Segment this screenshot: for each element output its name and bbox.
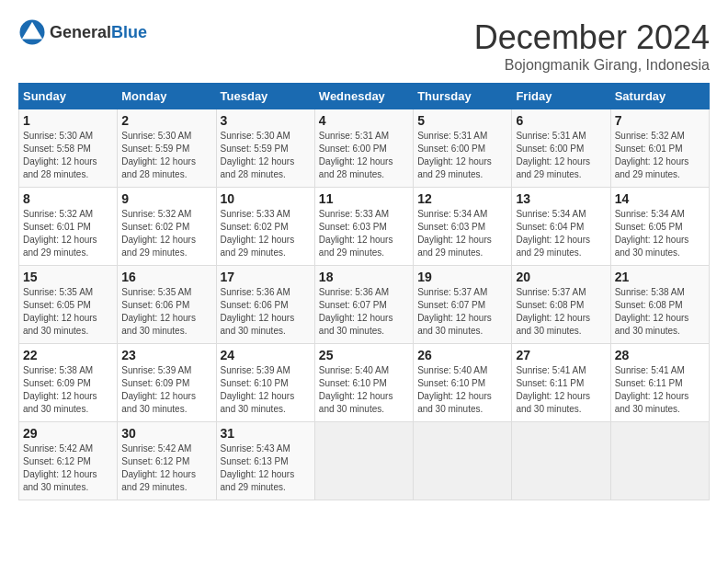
day-info: Sunrise: 5:41 AM Sunset: 6:11 PM Dayligh…: [615, 364, 705, 416]
calendar-cell: 2 Sunrise: 5:30 AM Sunset: 5:59 PM Dayli…: [118, 109, 216, 188]
day-info: Sunrise: 5:37 AM Sunset: 6:07 PM Dayligh…: [417, 286, 507, 338]
calendar-cell: 28 Sunrise: 5:41 AM Sunset: 6:11 PM Dayl…: [610, 344, 709, 422]
day-info: Sunrise: 5:31 AM Sunset: 6:00 PM Dayligh…: [516, 130, 606, 181]
day-number: 12: [417, 191, 507, 206]
header-friday: Friday: [512, 84, 610, 109]
calendar-cell: 10 Sunrise: 5:33 AM Sunset: 6:02 PM Dayl…: [216, 188, 314, 266]
logo: GeneralBlue: [18, 18, 147, 46]
month-title: December 2024: [474, 18, 710, 57]
day-number: 27: [516, 348, 606, 362]
calendar-cell: 21 Sunrise: 5:38 AM Sunset: 6:08 PM Dayl…: [610, 266, 709, 344]
header-monday: Monday: [118, 84, 216, 109]
day-number: 19: [417, 270, 507, 284]
day-info: Sunrise: 5:43 AM Sunset: 6:13 PM Dayligh…: [221, 442, 311, 494]
day-number: 21: [615, 270, 705, 284]
day-number: 1: [23, 113, 113, 128]
calendar-table: SundayMondayTuesdayWednesdayThursdayFrid…: [18, 83, 710, 500]
calendar-cell: 1 Sunrise: 5:30 AM Sunset: 5:58 PM Dayli…: [19, 109, 118, 188]
header-wednesday: Wednesday: [314, 84, 413, 109]
calendar-cell: 6 Sunrise: 5:31 AM Sunset: 6:00 PM Dayli…: [512, 109, 610, 188]
day-number: 8: [23, 191, 113, 206]
day-number: 15: [23, 270, 113, 284]
day-number: 30: [121, 426, 211, 441]
day-number: 28: [615, 348, 705, 362]
calendar-cell: 4 Sunrise: 5:31 AM Sunset: 6:00 PM Dayli…: [314, 109, 413, 188]
calendar-cell: 11 Sunrise: 5:33 AM Sunset: 6:03 PM Dayl…: [314, 188, 413, 266]
day-number: 3: [221, 113, 311, 128]
day-number: 6: [516, 113, 606, 128]
location-title: Bojongmanik Girang, Indonesia: [474, 57, 710, 74]
day-number: 10: [221, 191, 311, 206]
calendar-cell: 24 Sunrise: 5:39 AM Sunset: 6:10 PM Dayl…: [216, 344, 314, 422]
day-info: Sunrise: 5:36 AM Sunset: 6:06 PM Dayligh…: [221, 286, 311, 338]
calendar-cell: 20 Sunrise: 5:37 AM Sunset: 6:08 PM Dayl…: [512, 266, 610, 344]
day-number: 17: [221, 270, 311, 284]
day-info: Sunrise: 5:31 AM Sunset: 6:00 PM Dayligh…: [319, 130, 409, 181]
day-info: Sunrise: 5:36 AM Sunset: 6:07 PM Dayligh…: [319, 286, 409, 338]
day-info: Sunrise: 5:40 AM Sunset: 6:10 PM Dayligh…: [417, 364, 507, 416]
day-number: 13: [516, 191, 606, 206]
calendar-cell: 22 Sunrise: 5:38 AM Sunset: 6:09 PM Dayl…: [19, 344, 118, 422]
calendar-cell: 13 Sunrise: 5:34 AM Sunset: 6:04 PM Dayl…: [512, 188, 610, 266]
day-number: 22: [23, 348, 113, 362]
calendar-cell: 14 Sunrise: 5:34 AM Sunset: 6:05 PM Dayl…: [610, 188, 709, 266]
day-info: Sunrise: 5:41 AM Sunset: 6:11 PM Dayligh…: [516, 364, 606, 416]
calendar-cell: [610, 422, 709, 500]
day-number: 7: [615, 113, 705, 128]
calendar-cell: 31 Sunrise: 5:43 AM Sunset: 6:13 PM Dayl…: [216, 422, 314, 500]
header-tuesday: Tuesday: [216, 84, 314, 109]
logo-text-blue: Blue: [111, 23, 147, 41]
day-info: Sunrise: 5:42 AM Sunset: 6:12 PM Dayligh…: [23, 442, 113, 494]
day-info: Sunrise: 5:33 AM Sunset: 6:02 PM Dayligh…: [221, 208, 311, 259]
logo-text-general: General: [50, 23, 111, 41]
calendar-cell: 17 Sunrise: 5:36 AM Sunset: 6:06 PM Dayl…: [216, 266, 314, 344]
day-number: 5: [417, 113, 507, 128]
calendar-week-1: 1 Sunrise: 5:30 AM Sunset: 5:58 PM Dayli…: [19, 109, 710, 188]
calendar-week-2: 8 Sunrise: 5:32 AM Sunset: 6:01 PM Dayli…: [19, 188, 710, 266]
calendar-cell: 27 Sunrise: 5:41 AM Sunset: 6:11 PM Dayl…: [512, 344, 610, 422]
calendar-cell: 9 Sunrise: 5:32 AM Sunset: 6:02 PM Dayli…: [118, 188, 216, 266]
day-number: 23: [121, 348, 211, 362]
calendar-cell: 30 Sunrise: 5:42 AM Sunset: 6:12 PM Dayl…: [118, 422, 216, 500]
calendar-cell: 7 Sunrise: 5:32 AM Sunset: 6:01 PM Dayli…: [610, 109, 709, 188]
calendar-cell: 5 Sunrise: 5:31 AM Sunset: 6:00 PM Dayli…: [414, 109, 512, 188]
day-info: Sunrise: 5:33 AM Sunset: 6:03 PM Dayligh…: [319, 208, 409, 259]
calendar-cell: 3 Sunrise: 5:30 AM Sunset: 5:59 PM Dayli…: [216, 109, 314, 188]
day-number: 31: [221, 426, 311, 441]
day-number: 9: [121, 191, 211, 206]
calendar-cell: [314, 422, 413, 500]
day-number: 25: [319, 348, 409, 362]
day-info: Sunrise: 5:37 AM Sunset: 6:08 PM Dayligh…: [516, 286, 606, 338]
calendar-cell: 8 Sunrise: 5:32 AM Sunset: 6:01 PM Dayli…: [19, 188, 118, 266]
day-info: Sunrise: 5:30 AM Sunset: 5:58 PM Dayligh…: [23, 130, 113, 181]
day-info: Sunrise: 5:32 AM Sunset: 6:01 PM Dayligh…: [615, 130, 705, 181]
calendar-cell: [512, 422, 610, 500]
header-saturday: Saturday: [610, 84, 709, 109]
day-info: Sunrise: 5:32 AM Sunset: 6:01 PM Dayligh…: [23, 208, 113, 259]
day-number: 26: [417, 348, 507, 362]
day-info: Sunrise: 5:30 AM Sunset: 5:59 PM Dayligh…: [221, 130, 311, 181]
calendar-cell: 15 Sunrise: 5:35 AM Sunset: 6:05 PM Dayl…: [19, 266, 118, 344]
header-thursday: Thursday: [414, 84, 512, 109]
calendar-cell: 12 Sunrise: 5:34 AM Sunset: 6:03 PM Dayl…: [414, 188, 512, 266]
day-info: Sunrise: 5:42 AM Sunset: 6:12 PM Dayligh…: [121, 442, 211, 494]
calendar-week-4: 22 Sunrise: 5:38 AM Sunset: 6:09 PM Dayl…: [19, 344, 710, 422]
day-number: 16: [121, 270, 211, 284]
title-area: December 2024 Bojongmanik Girang, Indone…: [474, 18, 710, 74]
day-info: Sunrise: 5:40 AM Sunset: 6:10 PM Dayligh…: [319, 364, 409, 416]
calendar-cell: 16 Sunrise: 5:35 AM Sunset: 6:06 PM Dayl…: [118, 266, 216, 344]
calendar-week-5: 29 Sunrise: 5:42 AM Sunset: 6:12 PM Dayl…: [19, 422, 710, 500]
calendar-cell: [414, 422, 512, 500]
day-number: 20: [516, 270, 606, 284]
day-number: 14: [615, 191, 705, 206]
day-info: Sunrise: 5:34 AM Sunset: 6:04 PM Dayligh…: [516, 208, 606, 259]
day-number: 24: [221, 348, 311, 362]
day-number: 11: [319, 191, 409, 206]
calendar-cell: 26 Sunrise: 5:40 AM Sunset: 6:10 PM Dayl…: [414, 344, 512, 422]
calendar-cell: 18 Sunrise: 5:36 AM Sunset: 6:07 PM Dayl…: [314, 266, 413, 344]
day-number: 2: [121, 113, 211, 128]
day-info: Sunrise: 5:35 AM Sunset: 6:05 PM Dayligh…: [23, 286, 113, 338]
day-info: Sunrise: 5:35 AM Sunset: 6:06 PM Dayligh…: [121, 286, 211, 338]
day-info: Sunrise: 5:39 AM Sunset: 6:09 PM Dayligh…: [121, 364, 211, 416]
day-info: Sunrise: 5:38 AM Sunset: 6:09 PM Dayligh…: [23, 364, 113, 416]
